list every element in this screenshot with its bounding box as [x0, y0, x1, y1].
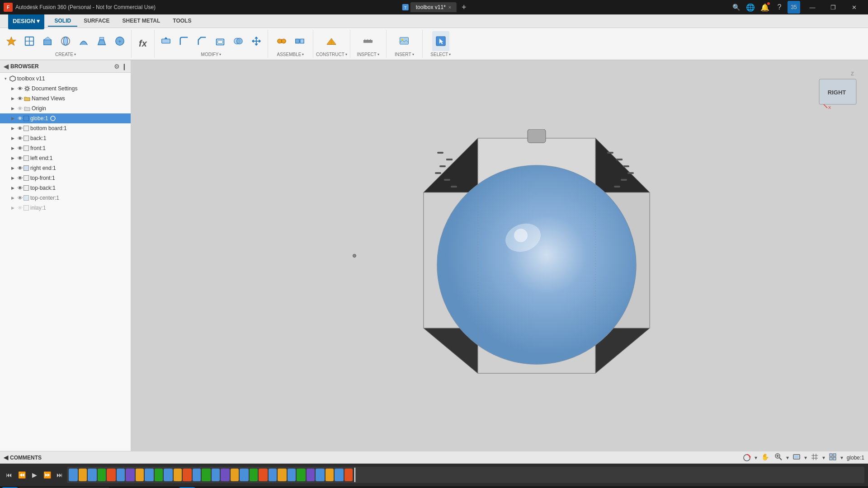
- loft-btn[interactable]: [93, 31, 110, 51]
- revolve-btn[interactable]: [57, 31, 74, 51]
- insert-label[interactable]: INSERT ▾: [395, 52, 414, 57]
- tree-item-doc-settings[interactable]: ▶ 👁 Document Settings: [0, 84, 131, 94]
- timeline-op-19[interactable]: [240, 469, 249, 481]
- viewcube-svg[interactable]: Z RIGHT X: [818, 69, 859, 110]
- create-label[interactable]: CREATE ▾: [55, 52, 76, 57]
- timeline-op-9[interactable]: [145, 469, 154, 481]
- timeline-op-3[interactable]: [88, 469, 97, 481]
- viewport-handle[interactable]: [353, 254, 356, 258]
- timeline-op-12[interactable]: [174, 469, 182, 481]
- tree-item-named-views[interactable]: ▶ 👁 Named Views: [0, 94, 131, 103]
- timeline-op-24[interactable]: [288, 469, 296, 481]
- zoom-btn[interactable]: [773, 452, 784, 463]
- tree-item-right-end[interactable]: ▶ 👁 right end:1: [0, 163, 131, 173]
- timeline-op-7[interactable]: [126, 469, 135, 481]
- tree-item-bottom-board[interactable]: ▶ 👁 bottom board:1: [0, 123, 131, 133]
- timeline-op-14[interactable]: [193, 469, 201, 481]
- push-pull-btn[interactable]: [157, 31, 175, 51]
- tab-solid[interactable]: SOLID: [48, 16, 77, 27]
- timeline-start-btn[interactable]: ⏮: [4, 469, 14, 480]
- browser-collapse-btn[interactable]: ◀: [4, 63, 9, 70]
- account-btn[interactable]: 35: [788, 1, 800, 14]
- new-component-btn[interactable]: [3, 31, 20, 51]
- tree-item-root[interactable]: ▾ toolbox v11: [0, 74, 131, 84]
- insert-image-btn[interactable]: [396, 31, 413, 51]
- tree-item-globe[interactable]: ▶ 👁 globe:1: [0, 113, 131, 123]
- comments-collapse-btn[interactable]: ◀: [4, 454, 8, 461]
- timeline-op-1[interactable]: [69, 469, 78, 481]
- tree-item-inlay[interactable]: ▶ 👁 inlay:1: [0, 203, 131, 213]
- timeline-op-18[interactable]: [231, 469, 239, 481]
- sketch-btn[interactable]: [21, 31, 38, 51]
- display-dropdown[interactable]: ▾: [804, 455, 807, 461]
- timeline-next-btn[interactable]: ⏩: [42, 469, 52, 480]
- timeline-end-btn[interactable]: ⏭: [54, 469, 65, 480]
- tree-item-origin[interactable]: ▶ 👁 Origin: [0, 103, 131, 113]
- view-mode-btn[interactable]: [827, 452, 839, 463]
- viewport[interactable]: Z RIGHT X: [131, 60, 868, 451]
- tree-item-top-back[interactable]: ▶ 👁 top-back:1: [0, 183, 131, 193]
- display-settings-btn[interactable]: [791, 452, 802, 463]
- select-label[interactable]: SELECT ▾: [430, 52, 451, 57]
- globe-btn[interactable]: 🌐: [744, 1, 757, 14]
- timeline-op-11[interactable]: [164, 469, 173, 481]
- timeline-op-29[interactable]: [335, 469, 344, 481]
- fx-btn[interactable]: fx: [134, 33, 151, 53]
- tree-item-top-center[interactable]: ▶ 👁 top-center:1: [0, 193, 131, 203]
- timeline-op-30[interactable]: [344, 469, 353, 481]
- timeline-op-6[interactable]: [117, 469, 125, 481]
- timeline-play-btn[interactable]: ▶: [29, 469, 40, 480]
- tab-surface[interactable]: SURFACE: [77, 16, 116, 27]
- browser-expand-btn[interactable]: ❙: [122, 63, 127, 70]
- timeline-op-22[interactable]: [269, 469, 277, 481]
- move-btn[interactable]: [248, 31, 265, 51]
- tree-item-back[interactable]: ▶ 👁 back:1: [0, 133, 131, 143]
- design-dropdown-btn[interactable]: DESIGN ▾: [8, 13, 44, 29]
- more-create-btn[interactable]: +: [111, 31, 128, 51]
- timeline-op-8[interactable]: [136, 469, 144, 481]
- timeline-op-26[interactable]: [307, 469, 315, 481]
- view-mode-dropdown[interactable]: ▾: [840, 455, 843, 461]
- timeline-op-4[interactable]: [98, 469, 106, 481]
- tab-tools[interactable]: TOOLS: [166, 16, 198, 27]
- assemble-label[interactable]: ASSEMBLE ▾: [277, 52, 304, 57]
- tree-item-left-end[interactable]: ▶ 👁 left end:1: [0, 153, 131, 163]
- sweep-btn[interactable]: [75, 31, 92, 51]
- grid-settings-btn[interactable]: [809, 452, 821, 463]
- modify-label[interactable]: MODIFY ▾: [201, 52, 222, 57]
- notification-btn[interactable]: 🔔: [759, 1, 771, 14]
- search-global-btn[interactable]: 🔍: [730, 1, 742, 14]
- timeline-op-13[interactable]: [183, 469, 192, 481]
- pan-btn[interactable]: ✋: [759, 452, 771, 463]
- measure-btn[interactable]: [359, 31, 377, 51]
- plane-btn[interactable]: [323, 31, 340, 51]
- help-btn[interactable]: ?: [773, 1, 786, 14]
- select-btn[interactable]: [432, 31, 449, 51]
- shell-btn[interactable]: [212, 31, 229, 51]
- combine-btn[interactable]: [230, 31, 247, 51]
- timeline-op-21[interactable]: [259, 469, 268, 481]
- chamfer-btn[interactable]: [193, 31, 211, 51]
- timeline-op-17[interactable]: [221, 469, 230, 481]
- orbit-dropdown[interactable]: ▾: [755, 455, 757, 461]
- timeline-op-5[interactable]: [107, 469, 116, 481]
- timeline-op-16[interactable]: [212, 469, 220, 481]
- joint-btn[interactable]: [273, 31, 290, 51]
- timeline-op-10[interactable]: [155, 469, 163, 481]
- tab-sheet-metal[interactable]: SHEET METAL: [116, 16, 166, 27]
- orbit-btn[interactable]: [741, 453, 753, 463]
- maximize-btn[interactable]: ❐: [823, 0, 844, 14]
- timeline-op-25[interactable]: [297, 469, 306, 481]
- browser-settings-btn[interactable]: ⚙: [114, 63, 120, 70]
- timeline-op-23[interactable]: [278, 469, 287, 481]
- timeline-op-20[interactable]: [250, 469, 258, 481]
- timeline-op-2[interactable]: [79, 469, 87, 481]
- timeline-track[interactable]: [67, 467, 864, 483]
- timeline-prev-btn[interactable]: ⏪: [16, 469, 27, 480]
- fillet-btn[interactable]: [175, 31, 193, 51]
- extrude-btn[interactable]: [39, 31, 56, 51]
- tree-item-front[interactable]: ▶ 👁 front:1: [0, 143, 131, 153]
- timeline-op-27[interactable]: [316, 469, 325, 481]
- zoom-dropdown[interactable]: ▾: [786, 455, 789, 461]
- close-btn[interactable]: ✕: [844, 0, 864, 14]
